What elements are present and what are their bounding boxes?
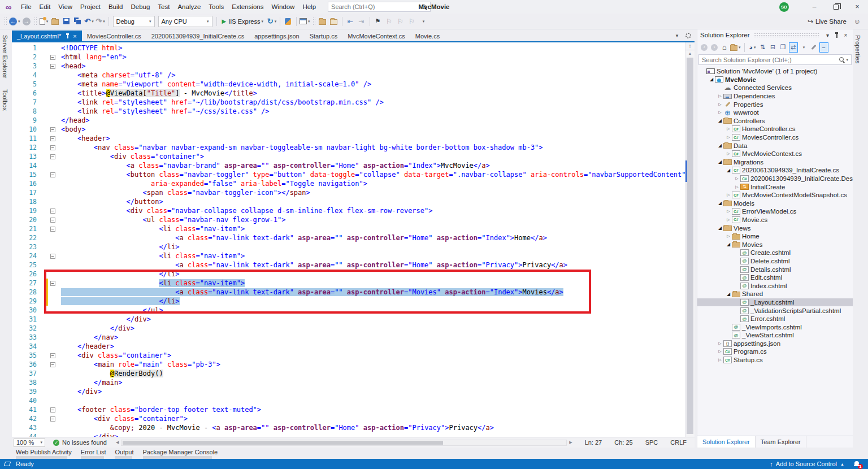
next-bookmark-button[interactable]: ⚐ bbox=[396, 15, 406, 28]
previous-bookmark-button[interactable]: ⚐ bbox=[384, 15, 394, 28]
tree-item-20200613094939-initialcreate-cs[interactable]: ◢20200613094939_InitialCreate.cs bbox=[697, 166, 853, 175]
preview-selected-items-button[interactable]: − bbox=[819, 42, 828, 53]
panel-tab-solution-explorer[interactable]: Solution Explorer bbox=[697, 436, 756, 448]
expanded-arrow-icon[interactable]: ◢ bbox=[717, 143, 723, 148]
pending-changes-filter-button[interactable]: ◕▾ bbox=[748, 42, 757, 53]
line-ending-indicator[interactable]: CRLF bbox=[670, 439, 687, 446]
menu-test[interactable]: Test bbox=[154, 0, 173, 14]
menu-build[interactable]: Build bbox=[105, 0, 127, 14]
expanded-arrow-icon[interactable]: ◢ bbox=[717, 159, 723, 164]
menu-file[interactable]: File bbox=[17, 0, 36, 14]
editor-tab-appsettings-json[interactable]: appsettings.json bbox=[249, 31, 305, 41]
collapse-region-button[interactable]: − bbox=[50, 127, 55, 132]
tree-item-migrations[interactable]: ◢Migrations bbox=[697, 158, 853, 167]
tree-item-mvcmovie[interactable]: ◢MvcMovie bbox=[697, 76, 853, 84]
sync-namespaces-button[interactable]: ⇅ bbox=[758, 42, 767, 53]
code-text[interactable]: </div> bbox=[57, 387, 102, 396]
tree-item-properties[interactable]: ▷Properties bbox=[697, 100, 853, 108]
undo-button[interactable]: ↶▾ bbox=[84, 15, 94, 28]
notifications-bell-icon[interactable]: 1 bbox=[853, 461, 860, 467]
code-text[interactable]: @RenderBody() bbox=[57, 369, 163, 378]
menu-help[interactable]: Help bbox=[298, 0, 320, 14]
tree-item-solution-mvcmovie-1-of-1-project[interactable]: Solution 'MvcMovie' (1 of 1 project) bbox=[697, 67, 853, 76]
expanded-arrow-icon[interactable]: ◢ bbox=[717, 201, 723, 206]
code-text[interactable]: </head> bbox=[57, 116, 90, 125]
collapsed-arrow-icon[interactable]: ▷ bbox=[717, 341, 723, 346]
live-share-button[interactable]: ↪Live Share bbox=[808, 18, 847, 25]
menu-debug[interactable]: Debug bbox=[127, 0, 154, 14]
code-text[interactable]: </button> bbox=[57, 197, 163, 206]
toolbar-grip[interactable] bbox=[313, 17, 315, 25]
code-text[interactable]: </li> bbox=[57, 270, 180, 279]
solution-configuration-dropdown[interactable]: Debug▾ bbox=[113, 16, 155, 27]
code-text[interactable]: <header> bbox=[57, 134, 110, 143]
expanded-arrow-icon[interactable]: ◢ bbox=[717, 225, 723, 231]
solution-search-box[interactable]: ▾ bbox=[698, 54, 852, 65]
collapse-region-button[interactable]: − bbox=[50, 281, 55, 286]
save-button[interactable] bbox=[62, 15, 72, 28]
collapse-region-button[interactable]: − bbox=[50, 218, 55, 223]
code-text[interactable]: <a class="nav-link text-dark" asp-area="… bbox=[57, 288, 563, 297]
add-to-source-control-button[interactable]: ↑ Add to Source Control ▲ bbox=[770, 461, 844, 467]
code-text[interactable]: <body> bbox=[57, 125, 85, 134]
tree-item-details-cshtml[interactable]: Details.cshtml bbox=[697, 265, 853, 273]
properties-button[interactable] bbox=[809, 42, 818, 53]
collapsed-arrow-icon[interactable]: ▷ bbox=[717, 94, 723, 98]
code-text[interactable]: <a class="nav-link text-dark" asp-area="… bbox=[57, 233, 547, 242]
user-avatar[interactable]: SD bbox=[779, 2, 789, 12]
code-text[interactable]: <!DOCTYPE html> bbox=[57, 44, 122, 53]
tree-item-connected-services[interactable]: ☁Connected Services bbox=[697, 84, 853, 92]
collapse-region-button[interactable]: − bbox=[50, 362, 55, 367]
collapsed-arrow-icon[interactable]: ▷ bbox=[725, 135, 732, 140]
code-editor[interactable]: 1<!DOCTYPE html>2−<html lang="en">3−<hea… bbox=[12, 42, 685, 437]
scrollbar-thumb[interactable] bbox=[687, 58, 693, 434]
new-project-button[interactable]: ▾ bbox=[39, 15, 49, 28]
increase-indent-button[interactable]: ⇥ bbox=[357, 15, 367, 28]
bottom-tab-output[interactable]: Output bbox=[115, 449, 133, 457]
collapse-region-button[interactable]: − bbox=[50, 172, 55, 177]
toolbar-grip[interactable] bbox=[4, 17, 7, 25]
close-tab-icon[interactable]: × bbox=[73, 33, 76, 40]
tree-item-delete-cshtml[interactable]: Delete.cshtml bbox=[697, 257, 853, 266]
bookmark-folder-button[interactable]: ⚐ bbox=[407, 15, 417, 28]
tree-item-mvcmoviecontextmodelsnapshot-cs[interactable]: ▷MvcMovieContextModelSnapshot.cs bbox=[697, 191, 853, 199]
menu-extensions[interactable]: Extensions bbox=[228, 0, 267, 14]
menu-window[interactable]: Window bbox=[267, 0, 298, 14]
browse-with-button[interactable]: ▾ bbox=[300, 15, 310, 28]
collapsed-arrow-icon[interactable]: ▷ bbox=[725, 127, 732, 131]
tree-item-initialcreate[interactable]: ▷InitialCreate bbox=[697, 183, 853, 191]
code-text[interactable]: <head> bbox=[57, 62, 85, 71]
code-text[interactable]: <div class="container"> bbox=[57, 152, 204, 161]
expanded-arrow-icon[interactable]: ◢ bbox=[725, 242, 732, 247]
tab-list-dropdown-icon[interactable]: ▾ bbox=[672, 33, 682, 38]
sidebar-item-server-explorer[interactable]: Server Explorer bbox=[0, 29, 10, 84]
collapse-region-button[interactable]: − bbox=[50, 227, 55, 232]
collapse-region-button[interactable]: − bbox=[50, 353, 55, 358]
minimize-button[interactable]: – bbox=[804, 0, 825, 14]
menu-tools[interactable]: Tools bbox=[205, 0, 228, 14]
collapse-region-button[interactable]: − bbox=[50, 154, 55, 159]
code-text[interactable]: <main role="main" class="pb-3"> bbox=[57, 360, 220, 369]
collapse-region-button[interactable]: − bbox=[50, 416, 55, 422]
editor-tab-layout-cshtml[interactable]: _Layout.cshtml*× bbox=[12, 31, 82, 41]
line-indicator[interactable]: Ln: 27 bbox=[585, 439, 602, 446]
expanded-arrow-icon[interactable]: ◢ bbox=[708, 77, 715, 82]
start-debugging-button[interactable]: ▶IIS Express▾ bbox=[220, 15, 266, 28]
collapse-region-button[interactable]: − bbox=[50, 254, 55, 259]
column-indicator[interactable]: Ch: 25 bbox=[614, 439, 632, 446]
document-options-icon[interactable] bbox=[685, 33, 691, 38]
tree-item-20200613094939-initialcreate-designer-cs[interactable]: ▷20200613094939_InitialCreate.Designer.c… bbox=[697, 175, 853, 183]
split-window-handle[interactable]: ↕ bbox=[685, 42, 695, 50]
quick-search-box[interactable] bbox=[328, 2, 431, 12]
expanded-arrow-icon[interactable]: ◢ bbox=[717, 118, 723, 123]
hscrollbar-thumb[interactable] bbox=[123, 441, 443, 445]
editor-tab-movie-cs[interactable]: Movie.cs bbox=[410, 31, 445, 41]
sync-with-active-document-button[interactable]: ⇄ bbox=[789, 42, 798, 53]
code-text[interactable]: <div class="navbar-collapse collapse d-s… bbox=[57, 206, 433, 215]
tree-item-moviescontroller-cs[interactable]: ▷MoviesController.cs bbox=[697, 133, 853, 142]
send-feedback-icon[interactable]: ☺ bbox=[851, 18, 863, 25]
code-text[interactable]: <nav class="navbar navbar-expand-sm navb… bbox=[57, 143, 543, 152]
bottom-tab-error-list[interactable]: Error List bbox=[81, 449, 106, 457]
tree-item-controllers[interactable]: ◢Controllers bbox=[697, 117, 853, 125]
toolbar-grip[interactable] bbox=[34, 17, 37, 25]
